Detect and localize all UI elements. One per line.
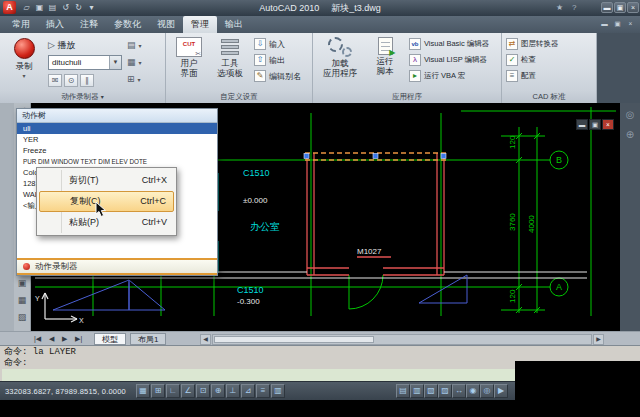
layer-translator-button[interactable]: ⇄ 图层转换器 xyxy=(506,36,594,52)
autocad-window: A ▱ ▣ ▤ ↺ ↻ ▾ AutoCAD 2010新块_t3.dwg ★ ? … xyxy=(0,0,640,417)
tab-annotate[interactable]: 注释 xyxy=(72,16,106,33)
doc-close-button[interactable]: × xyxy=(625,19,636,30)
polar-toggle[interactable]: ∠ xyxy=(181,384,195,398)
tab-output[interactable]: 输出 xyxy=(217,16,251,33)
tab-home[interactable]: 常用 xyxy=(4,16,38,33)
pause-button[interactable]: ∥ xyxy=(80,74,94,87)
show-motion-button[interactable]: ▶ xyxy=(494,384,508,398)
action-tree-item[interactable]: Freeze xyxy=(17,145,217,156)
viewport-minimize-button[interactable]: ▬ xyxy=(576,119,588,130)
quick-view-layouts-button[interactable]: ▧ xyxy=(424,384,438,398)
zoom-button[interactable]: ◉ xyxy=(466,384,480,398)
qp-toggle[interactable]: ▥ xyxy=(271,384,285,398)
action-recorder-footer[interactable]: 动作录制器 xyxy=(17,258,217,275)
annotation-texts: C1510 办公室 C1510 xyxy=(237,168,280,295)
run-vba-macro-button[interactable]: ▸ 运行 VBA 宏 xyxy=(409,68,501,84)
black-overlay-patch xyxy=(515,361,640,417)
next-layout-button[interactable]: ▶ xyxy=(62,332,67,346)
window-tag-top: C1510 xyxy=(243,168,270,178)
tab-manage[interactable]: 管理 xyxy=(183,16,217,33)
hscroll-left-arrow[interactable]: ◀ xyxy=(200,334,211,345)
recorder-options-button[interactable]: ⊞▾ xyxy=(126,71,163,86)
zoom-icon[interactable]: ⊕ xyxy=(620,129,640,140)
dyn-toggle[interactable]: ⊿ xyxy=(241,384,255,398)
doc-minimize-button[interactable]: ▬ xyxy=(599,19,610,30)
dim-top: 120 xyxy=(508,135,517,149)
load-application-button[interactable]: 加载 应用程序 xyxy=(317,35,363,88)
action-tree-item[interactable]: PUR DIM WINDOW TEXT DIM ELEV DOTE xyxy=(17,156,217,167)
check-standards-button[interactable]: ✓ 检查 xyxy=(506,52,594,68)
close-button[interactable]: × xyxy=(627,2,639,13)
action-tree-item[interactable]: YER xyxy=(17,134,217,145)
snap-toggle[interactable]: ▦ xyxy=(136,384,150,398)
hscroll-right-arrow[interactable]: ▶ xyxy=(593,334,604,345)
level-top: ±0.000 xyxy=(243,196,268,205)
tool-palettes-icon xyxy=(219,37,241,57)
macro-name-value: dituchuli xyxy=(52,58,81,67)
viewport-restore-button[interactable]: ▣ xyxy=(589,119,601,130)
restore-button[interactable]: ▣ xyxy=(614,2,626,13)
make-block-icon[interactable]: ▦ xyxy=(15,293,29,307)
steering-wheel-button[interactable]: ◎ xyxy=(480,384,494,398)
tab-layout1[interactable]: 布局1 xyxy=(130,333,166,345)
favorites-icon[interactable]: ★ xyxy=(556,0,563,16)
hscroll-track[interactable] xyxy=(212,334,592,345)
model-space-button[interactable]: ▤ xyxy=(396,384,410,398)
prev-layout-button[interactable]: ◀ xyxy=(49,332,54,346)
insert-message-button[interactable]: ✉ xyxy=(48,74,62,87)
check-standards-icon: ✓ xyxy=(506,54,518,66)
load-app-label-2: 应用程序 xyxy=(323,69,357,79)
pan-button[interactable]: ↔ xyxy=(452,384,466,398)
combo-dropdown-icon[interactable]: ▼ xyxy=(109,56,121,69)
menu-item-cut[interactable]: 剪切(T)Ctrl+X xyxy=(39,170,174,191)
minimize-button[interactable]: ▬ xyxy=(601,2,613,13)
tab-view[interactable]: 视图 xyxy=(149,16,183,33)
edit-aliases-button[interactable]: ✎ 编辑别名 xyxy=(254,68,312,84)
preferences-icon: ▤ xyxy=(127,40,136,50)
steering-wheel-icon[interactable]: ◎ xyxy=(620,109,640,120)
run-script-label-2: 脚本 xyxy=(377,67,394,77)
quick-view-drawings-button[interactable]: ▨ xyxy=(438,384,452,398)
panel-label-customization[interactable]: 自定义设置 xyxy=(166,90,312,103)
record-button[interactable]: 录制 ▾ xyxy=(4,35,44,88)
export-customization-button[interactable]: ⇧ 输出 xyxy=(254,52,312,68)
panel-label-cad-standards[interactable]: CAD 标准 xyxy=(502,90,596,103)
doc-restore-button[interactable]: ▣ xyxy=(612,19,623,30)
viewport-close-button[interactable]: × xyxy=(602,119,614,130)
insert-block-icon[interactable]: ▣ xyxy=(15,276,29,290)
vb-editor-button[interactable]: vb Visual Basic 编辑器 xyxy=(409,36,501,52)
ducs-toggle[interactable]: ⊥ xyxy=(226,384,240,398)
help-icon[interactable]: ? xyxy=(572,0,576,16)
preferences-button[interactable]: ▤▾ xyxy=(126,37,163,52)
osnap-toggle[interactable]: ⊡ xyxy=(196,384,210,398)
tab-model[interactable]: 模型 xyxy=(94,333,126,345)
panel-label-applications[interactable]: 应用程序 xyxy=(313,90,501,103)
insert-base-point-button[interactable]: ⊙ xyxy=(64,74,78,87)
grid-toggle[interactable]: ⊞ xyxy=(151,384,165,398)
panel-applications: 加载 应用程序 ▶ 运行 脚本 vb Visual Basic 编辑器 λ Vi… xyxy=(313,33,502,103)
lisp-editor-button[interactable]: λ Visual LISP 编辑器 xyxy=(409,52,501,68)
layout-space-button[interactable]: ▥ xyxy=(410,384,424,398)
hscroll-thumb[interactable] xyxy=(214,336,374,343)
user-interface-button[interactable]: CUT ✂ 用户 界面 xyxy=(170,35,208,88)
panel-label-action-recorder[interactable]: 动作录制器 ▾ xyxy=(0,90,165,103)
ortho-toggle[interactable]: ∟ xyxy=(166,384,180,398)
action-tree-item[interactable]: uli xyxy=(17,123,217,134)
app-name: AutoCAD 2010 xyxy=(259,3,319,13)
manage-macros-button[interactable]: ▦▾ xyxy=(126,54,163,69)
lwt-toggle[interactable]: ≡ xyxy=(256,384,270,398)
macro-name-combo[interactable]: dituchuli ▼ xyxy=(48,55,122,70)
otrack-toggle[interactable]: ⊕ xyxy=(211,384,225,398)
hatch-icon[interactable]: ▨ xyxy=(15,310,29,324)
play-button[interactable]: ▷ 播放 xyxy=(48,38,122,52)
import-customization-button[interactable]: ⇩ 输入 xyxy=(254,36,312,52)
room-name: 办公室 xyxy=(250,221,280,232)
tool-palettes-button[interactable]: 工具 选项板 xyxy=(210,35,250,88)
first-layout-button[interactable]: |◀ xyxy=(34,332,41,346)
run-script-button[interactable]: ▶ 运行 脚本 xyxy=(365,35,405,88)
tab-parametric[interactable]: 参数化 xyxy=(106,16,149,33)
configure-standards-button[interactable]: ≡ 配置 xyxy=(506,68,594,84)
action-recorder-footer-label: 动作录制器 xyxy=(35,261,78,271)
tab-insert[interactable]: 插入 xyxy=(38,16,72,33)
last-layout-button[interactable]: ▶| xyxy=(75,332,82,346)
